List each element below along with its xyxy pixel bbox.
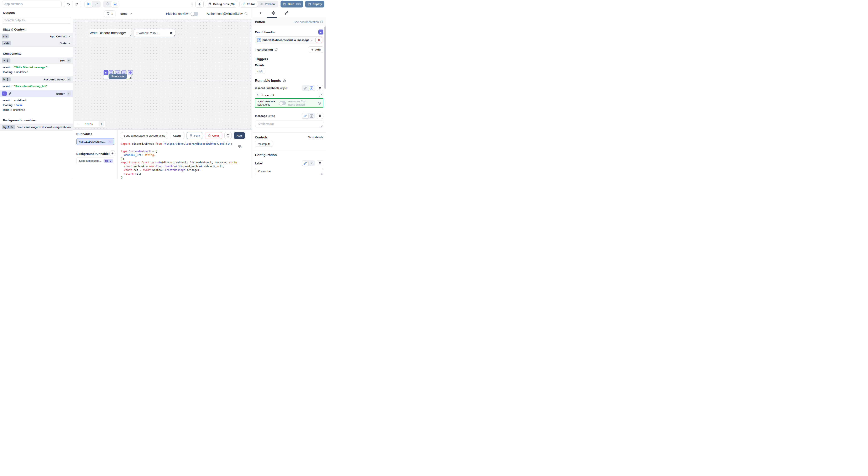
resource-mode-toggle[interactable]	[279, 101, 286, 105]
configuration-title: Configuration	[255, 153, 323, 157]
hide-bar-toggle[interactable]	[190, 12, 198, 16]
expand-editor-icon[interactable]	[319, 94, 322, 97]
text-component[interactable]: Write Discord message:	[90, 29, 131, 37]
refresh-count-box[interactable]: 1	[104, 10, 116, 17]
component-row-c-selected[interactable]: c Button	[0, 90, 73, 97]
zoom-in-button[interactable]: +	[99, 121, 104, 127]
event-click-chip: click	[255, 69, 265, 74]
collapse-button[interactable]	[67, 77, 71, 82]
draft-label: Draft	[288, 2, 294, 6]
label-value-input[interactable]: Press me	[255, 168, 323, 175]
output-row-ctx[interactable]: ctx App Context	[0, 33, 73, 40]
app-canvas[interactable]: Write Discord message: Example resou... …	[73, 19, 252, 129]
input-message-type: string	[269, 114, 275, 118]
selected-button-component[interactable]: c Press me	[104, 73, 131, 79]
expression-editor[interactable]: 1 b.result	[255, 93, 323, 98]
event-handler-item[interactable]: f hub/1511/discord/send_a_message_... ✕	[255, 36, 323, 43]
info-icon[interactable]	[318, 102, 321, 105]
component-row-a[interactable]: a Text	[0, 57, 73, 64]
move-button[interactable]	[128, 70, 133, 75]
function-icon: f	[310, 87, 313, 90]
docs-book-button[interactable]	[195, 1, 204, 7]
resize-grip[interactable]	[129, 35, 131, 36]
background-runnable-row[interactable]: bg_0 Send a message to discord using web…	[0, 124, 73, 130]
collapse-button[interactable]	[67, 58, 71, 63]
draft-button[interactable]: Draft ⌘S	[281, 1, 303, 7]
static-mode-button[interactable]	[302, 86, 308, 91]
clear-selection-icon[interactable]: ✕	[170, 31, 173, 35]
info-icon[interactable]	[244, 12, 247, 15]
runnable-item-selected[interactable]: hub/1511/discord/se... c	[76, 138, 114, 145]
press-me-button[interactable]: Press me	[108, 73, 127, 79]
background-runnable-item[interactable]: Send a message... bg_0	[76, 158, 114, 164]
component-c-id: c	[2, 91, 7, 96]
scrollbar-thumb[interactable]	[324, 26, 326, 89]
zoom-level: 100%	[80, 122, 99, 126]
chevron-down-icon	[129, 12, 132, 15]
collapse-button[interactable]	[67, 91, 71, 96]
pointer-hand-icon	[6, 78, 9, 81]
search-outputs-input[interactable]	[2, 17, 71, 24]
message-static-value-input[interactable]	[255, 121, 323, 127]
resize-grip[interactable]	[129, 77, 131, 78]
connect-plug-button[interactable]	[317, 85, 323, 91]
mobile-view-button[interactable]	[103, 1, 111, 7]
runnable-name-input[interactable]	[121, 132, 168, 139]
value-label: undefined	[13, 108, 25, 112]
bug-icon	[208, 2, 212, 6]
add-background-runnable-button[interactable]	[110, 150, 116, 156]
input-discord-webhook-name: discord_webhook	[255, 87, 279, 90]
frequency-dropdown[interactable]: once	[120, 12, 132, 15]
static-mode-button[interactable]	[302, 161, 308, 166]
author-label: Author henri@windmill.dev	[207, 12, 243, 15]
tab-styling-brush-icon[interactable]	[285, 11, 288, 15]
tab-editor[interactable]: Editor	[240, 1, 258, 7]
resource-select-component[interactable]: Example resou... ✕	[134, 29, 175, 37]
app-summary-input[interactable]	[2, 1, 62, 7]
resize-grip[interactable]	[174, 35, 175, 36]
more-menu-button[interactable]	[190, 2, 193, 6]
run-button[interactable]: Run	[234, 132, 245, 139]
state-context-title: State & Context	[3, 28, 70, 31]
expression-mode-button[interactable]: f	[308, 113, 315, 119]
fork-button[interactable]: Fork	[187, 132, 203, 139]
preview-tab-label: Preview	[265, 2, 275, 6]
fullscreen-layout-button[interactable]	[93, 1, 100, 7]
undo-button[interactable]	[64, 1, 72, 7]
show-details-link[interactable]: Show details	[307, 136, 323, 139]
static-mode-button[interactable]	[302, 113, 308, 119]
expression-mode-button[interactable]: f	[308, 86, 315, 91]
output-row-state[interactable]: state State	[0, 40, 73, 46]
desktop-view-button[interactable]	[111, 1, 119, 7]
info-icon[interactable]	[283, 79, 286, 82]
expression-mode-button[interactable]: f	[308, 161, 315, 166]
info-icon[interactable]	[275, 48, 278, 51]
value-label: "Write Discord message:"	[14, 66, 48, 69]
cache-button[interactable]: Cache	[170, 132, 184, 139]
tab-insert-plus-icon[interactable]	[259, 11, 262, 15]
zoom-out-button[interactable]: −	[78, 122, 80, 126]
copy-code-icon[interactable]	[238, 145, 242, 149]
tab-preview[interactable]: Preview	[258, 1, 278, 7]
connect-plug-button[interactable]	[317, 113, 323, 119]
component-row-b[interactable]: b Resource Select	[0, 76, 73, 83]
code-editor[interactable]: import discordwebhook from "https://deno…	[118, 141, 252, 179]
resize-grip-icon[interactable]	[321, 173, 322, 174]
clear-button[interactable]: Clear	[205, 132, 222, 139]
redo-button[interactable]	[72, 1, 81, 7]
resize-grip-icon[interactable]	[321, 125, 322, 127]
deploy-button[interactable]: Deploy	[305, 1, 324, 7]
add-transformer-button[interactable]: Add	[308, 46, 323, 53]
tab-component-settings-icon[interactable]	[272, 11, 276, 15]
debug-runs-button[interactable]: Debug runs (23)	[206, 1, 237, 7]
remove-handler-button[interactable]: ✕	[315, 37, 322, 43]
chevron-down-icon[interactable]	[68, 35, 71, 38]
chevron-down-icon[interactable]	[68, 42, 71, 45]
refresh-run-button[interactable]	[224, 132, 232, 139]
handler-script-path: hub/1511/discord/send_a_message_...	[262, 38, 313, 41]
connect-plug-button[interactable]	[317, 160, 323, 166]
refresh-count: 1	[111, 12, 113, 15]
see-documentation-link[interactable]: See documentation	[293, 20, 323, 24]
center-layout-button[interactable]	[85, 1, 93, 7]
recompute-chip[interactable]: recompute	[255, 141, 273, 147]
